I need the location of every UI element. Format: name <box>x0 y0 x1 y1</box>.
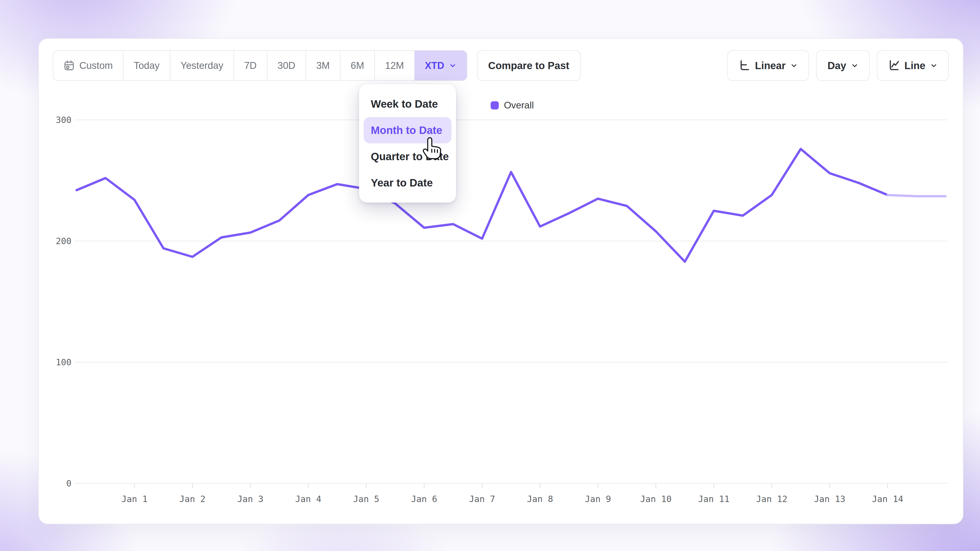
chevron-down-icon <box>851 62 859 69</box>
range-3m-button[interactable]: 3M <box>305 51 340 80</box>
chart-type-select-button[interactable]: Line <box>877 50 949 81</box>
chart-type-select-label: Line <box>904 60 925 71</box>
chart-settings-group: Linear Day Line <box>727 50 949 81</box>
date-range-segmented-control: Custom Today Yesterday 7D 30D 3M 6M 12M … <box>53 50 467 81</box>
range-xtd-button[interactable]: XTD <box>414 51 467 80</box>
range-12m-button[interactable]: 12M <box>374 51 414 80</box>
chevron-down-icon <box>790 62 798 69</box>
line-chart-icon <box>888 60 900 71</box>
compare-to-past-button[interactable]: Compare to Past <box>477 50 581 81</box>
range-yesterday-button[interactable]: Yesterday <box>170 51 234 80</box>
range-today-button[interactable]: Today <box>123 51 170 80</box>
hand-pointer-cursor <box>422 136 444 162</box>
range-7d-button[interactable]: 7D <box>234 51 267 80</box>
range-xtd-label: XTD <box>425 60 444 71</box>
range-6m-button[interactable]: 6M <box>340 51 374 80</box>
scale-select-button[interactable]: Linear <box>727 50 809 81</box>
chevron-down-icon <box>930 62 938 69</box>
range-custom-button[interactable]: Custom <box>53 51 123 80</box>
granularity-select-label: Day <box>827 60 846 71</box>
legend-swatch <box>490 101 499 110</box>
menu-item-year-to-date[interactable]: Year to Date <box>364 170 452 196</box>
compare-to-past-label: Compare to Past <box>488 60 570 71</box>
chart-card: Custom Today Yesterday 7D 30D 3M 6M 12M … <box>38 38 963 524</box>
scale-select-label: Linear <box>755 60 786 71</box>
legend: Overall <box>490 100 534 111</box>
range-custom-label: Custom <box>80 60 113 71</box>
toolbar-spacer <box>581 50 728 81</box>
menu-item-week-to-date[interactable]: Week to Date <box>364 91 452 117</box>
legend-label: Overall <box>504 100 534 111</box>
calendar-icon <box>64 60 75 71</box>
chevron-down-icon <box>449 62 457 69</box>
linear-scale-icon <box>738 60 750 71</box>
range-30d-button[interactable]: 30D <box>267 51 306 80</box>
granularity-select-button[interactable]: Day <box>816 50 870 81</box>
toolbar: Custom Today Yesterday 7D 30D 3M 6M 12M … <box>53 50 949 81</box>
